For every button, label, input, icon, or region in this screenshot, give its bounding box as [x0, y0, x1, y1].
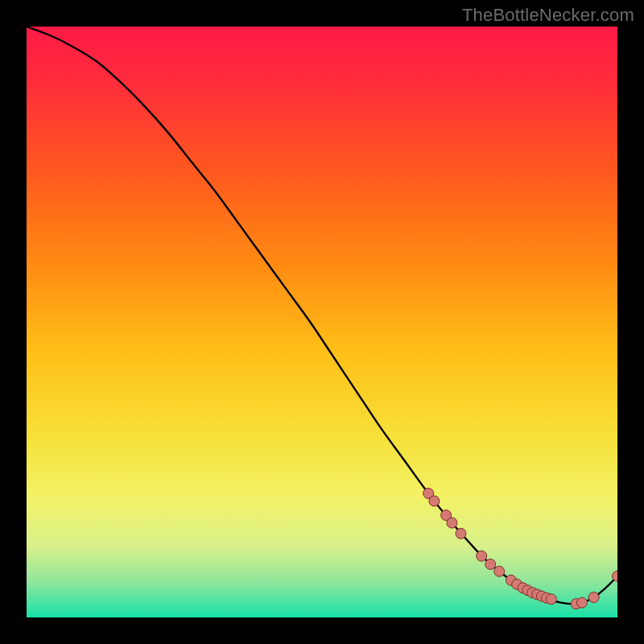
watermark-text: TheBottleNecker.com — [462, 5, 634, 26]
data-point-marker — [546, 594, 556, 605]
data-point-marker — [494, 566, 505, 576]
data-point-marker — [588, 592, 599, 603]
gradient-background — [27, 27, 617, 617]
data-point-marker — [429, 496, 440, 506]
plot-area — [27, 27, 617, 617]
data-point-marker — [485, 559, 496, 569]
data-point-marker — [456, 528, 466, 539]
plot-svg — [27, 27, 617, 617]
chart-stage: TheBottleNecker.com — [0, 0, 644, 644]
data-point-marker — [477, 551, 487, 561]
data-point-marker — [576, 597, 587, 608]
data-point-marker — [447, 518, 457, 528]
